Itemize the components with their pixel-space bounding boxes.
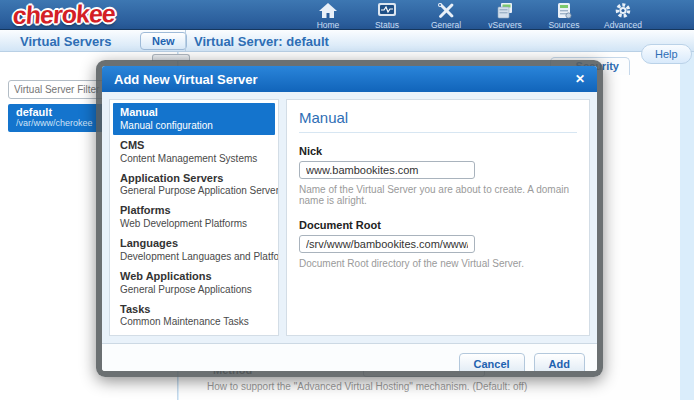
subheader-divider (185, 30, 186, 52)
nav-item-home[interactable]: Home (305, 2, 351, 30)
category-item-cms[interactable]: CMS Content Management Systems (113, 136, 275, 168)
modal-header: Add New Virtual Server ✕ (102, 66, 597, 92)
modal-body: Manual Manual configuration CMS Content … (102, 92, 597, 343)
document-root-help-text: Document Root directory of the new Virtu… (299, 258, 577, 269)
nav-item-vservers[interactable]: vServers (482, 2, 528, 30)
cancel-button[interactable]: Cancel (459, 353, 525, 371)
page-title: Virtual Server: default (194, 34, 329, 49)
category-item-tasks[interactable]: Tasks Common Maintenance Tasks (113, 300, 275, 332)
nav-item-sources[interactable]: Sources (541, 2, 587, 30)
vservers-icon (495, 2, 515, 19)
panel-heading: Manual (299, 109, 577, 133)
nick-input[interactable] (299, 161, 475, 179)
category-item-languages[interactable]: Languages Development Languages and Plat… (113, 234, 275, 266)
nav-item-status[interactable]: Status (364, 2, 410, 30)
home-icon (318, 2, 338, 19)
new-virtual-server-button[interactable]: New (140, 32, 187, 50)
add-button[interactable]: Add (534, 353, 585, 371)
document-root-label: Document Root (299, 219, 577, 231)
category-item-platforms[interactable]: Platforms Web Development Platforms (113, 201, 275, 233)
manual-config-panel: Manual Nick Name of the Virtual Server y… (286, 99, 590, 336)
nav-item-general[interactable]: General (423, 2, 469, 30)
subheader-strip: Virtual Servers New Virtual Server: defa… (0, 30, 694, 52)
cherokee-logo: cherokee (12, 0, 116, 30)
help-button[interactable]: Help (641, 44, 692, 64)
gear-icon (613, 2, 633, 19)
modal-footer: Cancel Add (102, 343, 597, 371)
top-navbar: cherokee Home Status General (0, 0, 694, 30)
category-item-web-applications[interactable]: Web Applications General Purpose Applica… (113, 267, 275, 299)
section-title: Virtual Servers (20, 34, 112, 49)
main-navigation: Home Status General vServers (305, 2, 646, 30)
category-item-manual[interactable]: Manual Manual configuration (113, 103, 275, 135)
sources-icon (554, 2, 574, 19)
add-virtual-server-modal: Add New Virtual Server ✕ Manual Manual c… (96, 60, 603, 377)
tools-icon (436, 2, 456, 19)
close-icon[interactable]: ✕ (575, 73, 585, 85)
nick-label: Nick (299, 145, 577, 157)
document-root-input[interactable] (299, 235, 475, 253)
modal-inner: Add New Virtual Server ✕ Manual Manual c… (102, 66, 597, 371)
method-help-text: How to support the "Advanced Virtual Hos… (207, 381, 527, 392)
modal-title: Add New Virtual Server (114, 72, 575, 87)
document-root-field-group: Document Root Document Root directory of… (299, 219, 577, 269)
status-monitor-icon (377, 2, 397, 19)
nav-item-advanced[interactable]: Advanced (600, 2, 646, 30)
category-item-application-servers[interactable]: Application Servers General Purpose Appl… (113, 169, 275, 201)
nick-field-group: Nick Name of the Virtual Server you are … (299, 145, 577, 206)
wizard-category-list: Manual Manual configuration CMS Content … (109, 99, 279, 336)
cherokee-admin-screen: cherokee Home Status General (0, 0, 694, 400)
nick-help-text: Name of the Virtual Server you are about… (299, 184, 577, 206)
